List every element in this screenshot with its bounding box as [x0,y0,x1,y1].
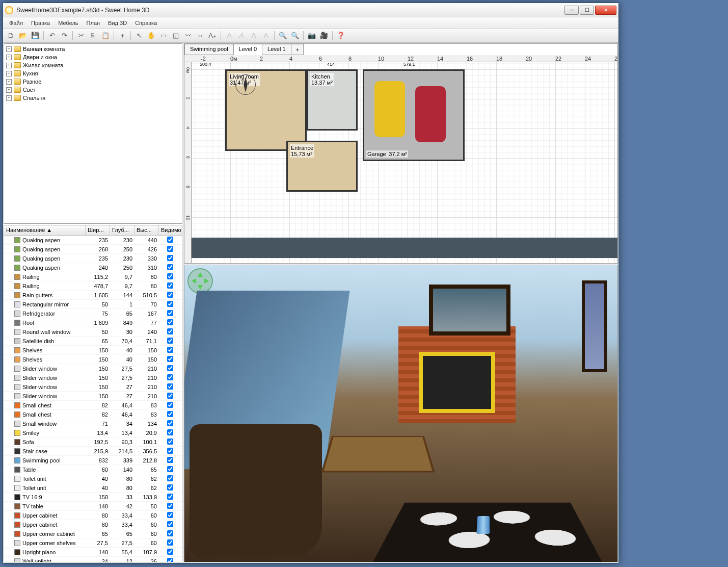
photo-icon[interactable]: 📷 [306,30,317,41]
expand-icon[interactable]: + [6,63,12,68]
furniture-row[interactable]: Table6014085 [4,465,182,474]
nav-3d-control[interactable] [187,268,213,294]
expand-icon[interactable]: + [6,46,12,52]
tab-swimming-pool[interactable]: Swimming pool [184,44,234,55]
furniture-row[interactable]: Upper cabinet8033,460 [4,520,182,529]
visible-checkbox[interactable] [167,466,173,472]
tree-item[interactable]: +Свет [5,86,181,94]
tree-item[interactable]: +Разное [5,78,181,86]
save-icon[interactable]: 💾 [30,30,41,41]
text-plus-icon[interactable]: A [248,30,259,41]
text-bold-icon[interactable]: A [224,30,235,41]
furniture-row[interactable]: Refridgerator7565167 [4,309,182,318]
furniture-row[interactable]: Quaking aspen240250310 [4,263,182,272]
visible-checkbox[interactable] [167,255,173,261]
visible-checkbox[interactable] [167,356,173,362]
furniture-row[interactable]: Rectangular mirror50170 [4,300,182,309]
visible-checkbox[interactable] [167,512,173,518]
furniture-row[interactable]: Stair case215,9214,5356,5 [4,447,182,456]
close-button[interactable]: ✕ [595,6,616,15]
visible-checkbox[interactable] [167,558,173,562]
visible-checkbox[interactable] [167,402,173,408]
furniture-row[interactable]: Upper corner cabinet656560 [4,529,182,538]
furniture-row[interactable]: Slider window15027,5210 [4,364,182,373]
visible-checkbox[interactable] [167,301,173,307]
menu-3dview[interactable]: Вид 3D [104,18,131,28]
visible-checkbox[interactable] [167,439,173,445]
tree-item[interactable]: +Кухня [5,69,181,78]
text-italic-icon[interactable]: A [236,30,247,41]
furniture-row[interactable]: Slider window15027210 [4,392,182,401]
menu-help[interactable]: Справка [131,18,161,28]
furniture-row[interactable]: Shelves15040150 [4,346,182,355]
cut-icon[interactable]: ✂ [75,30,87,41]
car-yellow[interactable] [374,81,405,137]
minimize-button[interactable]: ─ [564,6,579,15]
furniture-row[interactable]: Rain gutters1 605144510,5 [4,291,182,300]
zoom-out-icon[interactable]: 🔍 [289,30,301,41]
visible-checkbox[interactable] [167,237,173,243]
wall-icon[interactable]: ▭ [158,30,169,41]
tree-item[interactable]: +Жилая комната [5,61,181,69]
visible-checkbox[interactable] [167,393,173,399]
furniture-row[interactable]: Toilet unit408062 [4,474,182,483]
furniture-row[interactable]: Quaking aspen235230440 [4,236,182,245]
furniture-row[interactable]: Slider window15027,5210 [4,373,182,382]
room-entrance[interactable]: Entrance15,73 м² [286,141,358,192]
redo-icon[interactable]: ↷ [59,30,70,41]
floorplan[interactable]: Living room31,47 м² Kitchen13,37 м² Entr… [225,69,485,202]
furniture-row[interactable]: Slider window15027210 [4,382,182,392]
plan-view[interactable]: Swimming pool Level 0 Level 1 ＋ -20м2468… [184,43,618,264]
new-icon[interactable]: 🗋 [5,30,16,41]
menu-file[interactable]: Файл [5,18,27,28]
furniture-header[interactable]: Наименование ▲ Шир... Глуб... Выс... Вид… [4,225,182,236]
visible-checkbox[interactable] [167,246,173,252]
furniture-row[interactable]: Small window7134134 [4,419,182,428]
expand-icon[interactable]: + [6,79,12,85]
furniture-row[interactable]: Upper cabinet8033,460 [4,511,182,520]
tree-item[interactable]: +Двери и окна [5,53,181,61]
visible-checkbox[interactable] [167,521,173,527]
visible-checkbox[interactable] [167,411,173,417]
add-furniture-icon[interactable]: ＋ [117,30,128,41]
menu-plan[interactable]: План [83,18,104,28]
visible-checkbox[interactable] [167,494,173,500]
copy-icon[interactable]: ⎘ [88,30,99,41]
furniture-row[interactable]: Quaking aspen268250426 [4,245,182,254]
tab-add[interactable]: ＋ [291,44,304,55]
visible-checkbox[interactable] [167,475,173,481]
visible-checkbox[interactable] [167,429,173,435]
furniture-row[interactable]: Satellite dish6570,471,1 [4,337,182,346]
furniture-row[interactable]: Sofa192,590,3100,1 [4,437,182,447]
titlebar[interactable]: SweetHome3DExample7.sh3d - Sweet Home 3D… [3,3,618,17]
furniture-row[interactable]: Upper corner shelves27,527,560 [4,538,182,548]
visible-checkbox[interactable] [167,319,173,325]
expand-icon[interactable]: + [6,55,12,60]
furniture-row[interactable]: Small chest8246,483 [4,401,182,410]
zoom-in-icon[interactable]: 🔍 [277,30,288,41]
room-icon[interactable]: ◱ [170,30,181,41]
dimension-icon[interactable]: ↔ [195,30,206,41]
visible-checkbox[interactable] [167,365,173,371]
visible-checkbox[interactable] [167,273,173,279]
help-icon[interactable]: ❓ [335,30,346,41]
catalog-tree[interactable]: +Ванная комната+Двери и окна+Жилая комна… [4,43,182,224]
visible-checkbox[interactable] [167,420,173,426]
tree-item[interactable]: +Ванная комната [5,45,181,53]
expand-icon[interactable]: + [6,87,12,93]
visible-checkbox[interactable] [167,292,173,298]
furniture-row[interactable]: Swimming pool832339212,8 [4,456,182,465]
visible-checkbox[interactable] [167,539,173,546]
furniture-row[interactable]: Smiley13,413,420,9 [4,428,182,437]
undo-icon[interactable]: ↶ [46,30,58,41]
car-red[interactable] [415,86,446,142]
furniture-row[interactable]: Wall uplight241226 [4,557,182,562]
furniture-row[interactable]: Railing115,29,780 [4,272,182,281]
furniture-row[interactable]: Round wall window5030240 [4,327,182,337]
open-icon[interactable]: 📂 [17,30,29,41]
furniture-row[interactable]: TV table1484250 [4,502,182,511]
text-icon[interactable]: A₊ [207,30,218,41]
paste-icon[interactable]: 📋 [100,30,111,41]
visible-checkbox[interactable] [167,484,173,491]
menu-furniture[interactable]: Мебель [54,18,82,28]
